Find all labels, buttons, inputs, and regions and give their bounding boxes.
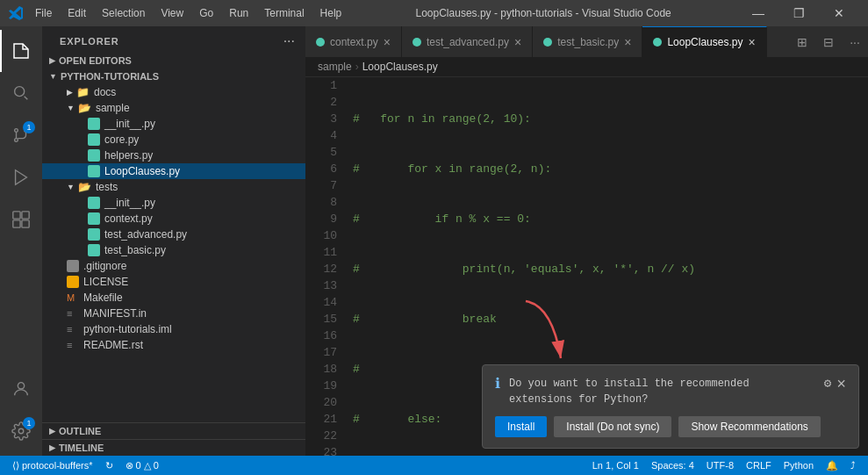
svg-point-3 [15,129,18,133]
tab-more-icon[interactable]: ··· [842,26,868,57]
menu-selection[interactable]: Selection [95,5,152,21]
tree-label: core.py [104,133,139,146]
status-feedback[interactable]: ⤴ [845,456,861,475]
sidebar: EXPLORER ··· ▶ OPEN EDITORS ▼ PYTHON-TUT… [42,26,305,456]
status-errors[interactable]: ⊗ 0 △ 0 [120,456,164,475]
tab-close-icon[interactable]: × [624,36,631,48]
tree-item-makefile[interactable]: M Makefile [42,290,305,306]
activity-source-control[interactable]: 1 [0,114,42,156]
tree-label: __init__.py [104,197,155,209]
notification-close-icon[interactable]: × [836,377,846,392]
tab-test-advanced-py[interactable]: test_advanced.py × [402,26,533,57]
python-tutorials-header[interactable]: ▼ PYTHON-TUTORIALS [42,68,305,84]
status-encoding[interactable]: UTF-8 [701,456,739,475]
outline-header[interactable]: ▶ OUTLINE [42,422,305,439]
tree-label: tests [96,181,118,193]
tab-label: context.py [330,36,378,48]
breadcrumb-file[interactable]: LoopClauses.py [362,61,438,73]
menu-edit[interactable]: Edit [61,5,93,21]
activity-search[interactable] [0,72,42,114]
menu-help[interactable]: Help [313,5,349,21]
svg-marker-4 [16,170,27,185]
tree-item-tests-init-py[interactable]: __init__.py [42,195,305,211]
breadcrumb-sample[interactable]: sample [318,61,352,73]
tree-item-init-py[interactable]: __init__.py [42,116,305,132]
tab-label: test_basic.py [557,36,619,48]
activity-settings[interactable]: 1 [0,410,42,452]
open-editors-header[interactable]: ▶ OPEN EDITORS [42,53,305,68]
status-notifications[interactable]: 🔔 [821,456,843,475]
svg-rect-6 [22,212,29,219]
spaces-label: Spaces: 4 [651,460,694,471]
status-branch[interactable]: ⟨⟩ protocol-buffers* [7,456,98,475]
menu-terminal[interactable]: Terminal [257,5,311,21]
tree-label: .gitignore [83,260,126,272]
tree-label: __init__.py [104,118,155,130]
folder-icon: 📁 [76,86,90,98]
file-icon [88,197,100,209]
status-position[interactable]: Ln 1, Col 1 [587,456,644,475]
notification-gear-icon[interactable]: ⚙ [824,376,831,392]
tab-close-icon[interactable]: × [748,36,755,48]
maximize-button[interactable]: ❐ [778,0,819,26]
tree-item-gitignore[interactable]: .gitignore [42,258,305,274]
status-sync[interactable]: ↻ [100,456,118,475]
activity-run[interactable] [0,156,42,198]
sidebar-more-icon[interactable]: ··· [283,33,295,49]
install-no-sync-button[interactable]: Install (Do not sync) [554,416,671,437]
tree-item-iml[interactable]: ≡ python-tutorials.iml [42,321,305,337]
tree-item-sample[interactable]: ▼ 📂 sample [42,100,305,116]
tree-item-readme[interactable]: ≡ README.rst [42,337,305,353]
branch-icon: ⟨⟩ [12,460,19,471]
statusbar: ⟨⟩ protocol-buffers* ↻ ⊗ 0 △ 0 Ln 1, Col… [0,456,868,475]
activity-extensions[interactable] [0,198,42,241]
tree-item-manifest[interactable]: ≡ MANIFEST.in [42,306,305,321]
status-spaces[interactable]: Spaces: 4 [646,456,699,475]
tree-item-context-py[interactable]: context.py [42,211,305,227]
tabs-bar: context.py × test_advanced.py × test_bas… [305,26,868,57]
svg-point-10 [18,428,24,434]
status-language[interactable]: Python [778,456,819,475]
error-count: 0 [136,460,141,471]
tree-item-license[interactable]: LICENSE [42,274,305,290]
install-button[interactable]: Install [495,416,547,437]
tab-close-icon[interactable]: × [514,36,521,48]
timeline-header[interactable]: ▶ TIMELINE [42,439,305,456]
tab-context-py[interactable]: context.py × [305,26,402,57]
tree-item-docs[interactable]: ▶ 📁 docs [42,84,305,100]
file-icon [88,228,100,241]
tree-item-test-advanced-py[interactable]: test_advanced.py [42,227,305,242]
tab-close-icon[interactable]: × [384,36,391,48]
tree-item-test-basic-py[interactable]: test_basic.py [42,242,305,258]
menu-file[interactable]: File [28,5,59,21]
svg-point-0 [15,87,25,97]
menu-view[interactable]: View [154,5,190,21]
open-editors-section: ▶ OPEN EDITORS [42,53,305,68]
tree-item-loopclauses-py[interactable]: LoopClauses.py [42,163,305,179]
file-icon: ≡ [67,340,79,350]
tab-layout-icon[interactable]: ⊟ [815,26,842,57]
position-label: Ln 1, Col 1 [592,460,639,471]
close-button[interactable]: ✕ [819,0,859,26]
show-recommendations-button[interactable]: Show Recommendations [678,416,820,437]
tree-item-tests[interactable]: ▼ 📂 tests [42,179,305,195]
minimize-button[interactable]: — [738,0,778,26]
tree-label: README.rst [83,339,143,351]
menu-run[interactable]: Run [222,5,255,21]
code-editor[interactable]: 123 456 789 101112 131415 161718 192021 … [305,77,868,456]
file-icon [67,260,79,272]
tab-loopclauses-py[interactable]: LoopClauses.py × [642,26,766,57]
tree-item-helpers-py[interactable]: helpers.py [42,148,305,163]
activity-explorer[interactable] [0,30,42,72]
open-editors-label: OPEN EDITORS [59,55,132,66]
tree-label: test_advanced.py [104,228,187,241]
tree-item-core-py[interactable]: core.py [42,132,305,148]
file-icon: M [67,292,79,303]
file-icon [67,276,79,288]
branch-label: protocol-buffers* [22,460,93,471]
tab-split-icon[interactable]: ⊞ [789,26,815,57]
menu-go[interactable]: Go [192,5,220,21]
tab-test-basic-py[interactable]: test_basic.py × [533,26,642,57]
status-eol[interactable]: CRLF [741,456,777,475]
activity-accounts[interactable] [0,368,42,410]
